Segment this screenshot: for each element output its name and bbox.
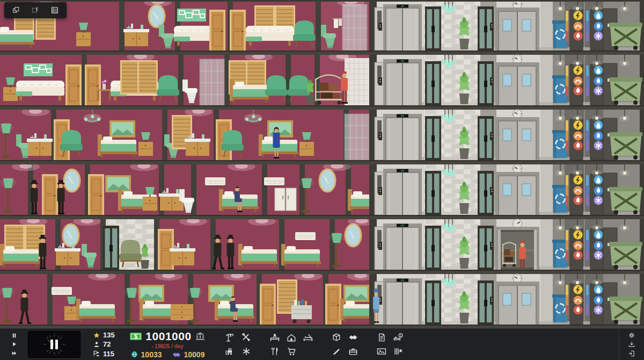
decor-icon bbox=[333, 349, 340, 355]
influence-value: 10033 bbox=[141, 350, 162, 359]
building-view[interactable]: $ bbox=[0, 0, 644, 329]
doorD-sprite[interactable] bbox=[425, 280, 441, 325]
artdeco-sprite bbox=[177, 9, 206, 21]
settings-icon bbox=[629, 333, 634, 337]
ac-sprite bbox=[264, 177, 284, 186]
blinds-sprite bbox=[137, 60, 158, 95]
elevA-sprite[interactable] bbox=[383, 169, 422, 215]
build-toolbar bbox=[221, 329, 406, 360]
toolbar-group bbox=[373, 329, 406, 360]
bulldozer-button[interactable] bbox=[224, 345, 236, 357]
office-icon bbox=[349, 349, 356, 354]
callp-sprite bbox=[378, 77, 382, 85]
mirror-sprite bbox=[64, 169, 80, 192]
doorD-sprite[interactable] bbox=[425, 61, 441, 105]
crane-button[interactable] bbox=[224, 332, 236, 343]
toolbar-group bbox=[221, 329, 254, 360]
logistics-button[interactable] bbox=[331, 332, 342, 343]
toolbar-group bbox=[328, 329, 361, 360]
favors-handshake-icon bbox=[172, 350, 181, 359]
doorD-sprite[interactable] bbox=[425, 226, 441, 270]
dump-sprite[interactable] bbox=[609, 187, 642, 214]
restaurant-button[interactable] bbox=[269, 345, 281, 357]
floors-overlay-button[interactable] bbox=[49, 5, 60, 16]
doorD-sprite[interactable] bbox=[425, 116, 441, 160]
artdeco-sprite bbox=[24, 63, 53, 76]
elevA-sprite[interactable] bbox=[383, 4, 422, 51]
callp-sprite bbox=[490, 23, 494, 31]
pause-icon bbox=[12, 334, 15, 338]
elevA-sprite[interactable] bbox=[383, 59, 422, 105]
reception-button[interactable] bbox=[269, 332, 281, 343]
pause-button[interactable] bbox=[11, 332, 18, 339]
play-icon bbox=[13, 342, 16, 347]
construction-button[interactable] bbox=[240, 332, 252, 343]
office-button[interactable] bbox=[347, 345, 359, 357]
art-button[interactable] bbox=[376, 345, 387, 357]
bank-icon[interactable] bbox=[195, 331, 206, 342]
toolbar-column bbox=[299, 329, 316, 360]
dump-sprite[interactable] bbox=[609, 297, 642, 324]
doorD-sprite[interactable] bbox=[425, 6, 441, 51]
room-info-button[interactable] bbox=[392, 332, 404, 343]
doorD-sprite[interactable] bbox=[103, 226, 119, 270]
elevA-sprite[interactable] bbox=[383, 114, 422, 160]
settings-button[interactable] bbox=[628, 332, 635, 339]
elevA-sprite[interactable] bbox=[383, 278, 422, 325]
glassw-sprite bbox=[345, 58, 369, 105]
contracts-button[interactable] bbox=[376, 332, 387, 343]
doorD-sprite[interactable] bbox=[425, 171, 441, 215]
clock-pause-indicator bbox=[50, 340, 53, 349]
decor-button[interactable] bbox=[331, 345, 342, 357]
deals-button[interactable] bbox=[347, 332, 359, 343]
lobby-button[interactable] bbox=[286, 332, 297, 343]
game-clock[interactable] bbox=[28, 331, 80, 358]
services-button[interactable] bbox=[392, 345, 404, 357]
fast-forward-button[interactable] bbox=[11, 350, 18, 357]
save-button[interactable] bbox=[628, 341, 635, 348]
door-sprite[interactable] bbox=[230, 10, 246, 51]
callp-sprite bbox=[378, 132, 382, 140]
dump-sprite[interactable] bbox=[609, 23, 642, 50]
worker-icon bbox=[94, 351, 99, 356]
play-button[interactable] bbox=[11, 341, 18, 348]
utilities-icon bbox=[243, 348, 250, 355]
elevA-sprite[interactable] bbox=[383, 224, 422, 270]
retail-button[interactable] bbox=[286, 345, 297, 357]
lobby-icon bbox=[288, 335, 295, 341]
shower-sprite bbox=[200, 59, 224, 105]
door-sprite[interactable] bbox=[209, 10, 225, 51]
ac-sprite bbox=[295, 232, 316, 241]
door-sprite[interactable] bbox=[88, 174, 104, 215]
door-sprite[interactable] bbox=[325, 284, 341, 325]
dump-sprite[interactable] bbox=[609, 132, 642, 160]
crane-icon bbox=[226, 334, 233, 341]
hotel-room-button[interactable] bbox=[302, 332, 314, 344]
star-icon bbox=[94, 332, 100, 337]
windows-overlay-icon bbox=[13, 8, 19, 12]
callp-sprite bbox=[378, 187, 382, 195]
dump-sprite[interactable] bbox=[609, 242, 642, 269]
door-sprite[interactable] bbox=[65, 64, 82, 105]
shower-sprite bbox=[345, 114, 369, 160]
finance-panel: 1001000 - 19825 / day 10033 10009 bbox=[121, 329, 214, 360]
door-sprite[interactable] bbox=[260, 284, 276, 325]
rating-population-stats: 13572115 bbox=[86, 329, 121, 360]
services-icon bbox=[395, 348, 402, 355]
door-sprite[interactable] bbox=[42, 174, 58, 215]
utilities-button[interactable] bbox=[240, 345, 252, 357]
mirror-sprite bbox=[63, 224, 79, 247]
bottom-hud-bar: 13572115 1001000 - 19825 / day 10033 100… bbox=[0, 328, 644, 360]
elevB-sprite[interactable] bbox=[495, 0, 539, 51]
influence-globe-icon bbox=[130, 350, 138, 358]
room-info-icon bbox=[394, 334, 402, 341]
toolbar-column bbox=[373, 329, 390, 360]
art-icon bbox=[377, 349, 385, 354]
callp-sprite bbox=[490, 77, 494, 85]
power-overlay-button[interactable] bbox=[30, 5, 41, 16]
windows-overlay-button[interactable] bbox=[11, 5, 21, 16]
dump-sprite[interactable] bbox=[609, 77, 642, 105]
exit-button[interactable] bbox=[628, 350, 635, 357]
dresser-sprite bbox=[171, 304, 193, 320]
fast-forward-icon bbox=[12, 351, 16, 355]
